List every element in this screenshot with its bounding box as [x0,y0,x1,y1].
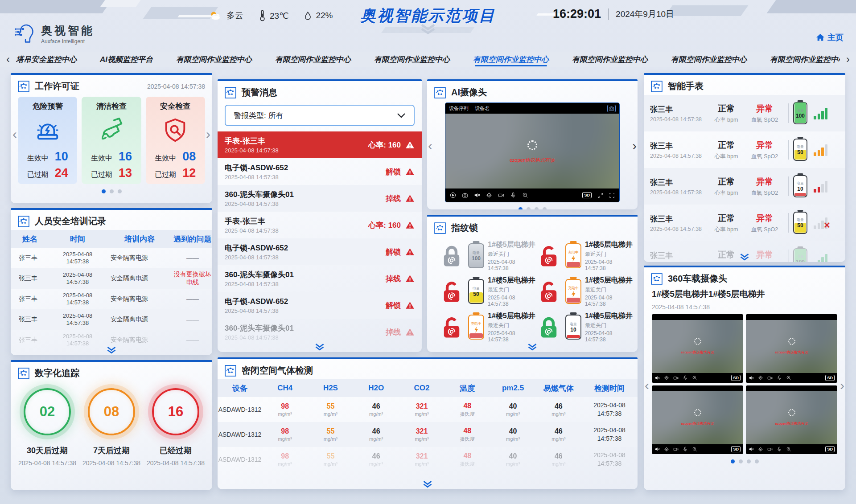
carousel-next-arrow[interactable]: › [840,379,844,392]
ptz-button[interactable] [758,375,763,381]
fingerprint-lock-item[interactable]: 充电中 1#楼5层电梯井 最近关门 2025-04-08 14:57:38 [536,240,633,271]
nav-tab[interactable]: 有限空间作业监控中心 [176,52,252,67]
permit-card[interactable]: 安全检查 生效中08 已过期12 [146,97,205,184]
fingerprint-lock-item[interactable]: 充电中 1#楼5层电梯井 最近关门 2025-04-08 14:57:38 [536,276,633,307]
sd-quality-button[interactable]: SD [731,375,741,381]
alert-item[interactable]: 电子锁-ASDW-652 2025-04-08 14:57:38 解锁 [218,238,422,265]
alert-item[interactable]: 手表-张三丰 2025-04-08 14:57:38 心率: 160 [218,131,422,158]
expand-more-button[interactable] [739,253,750,261]
watch-row[interactable]: 张三丰 2025-04-08 14:57:38 正常 心率 bpm 异常 血氧 … [644,168,845,205]
nav-tab[interactable]: 有限空间作业监控中心 [572,52,648,67]
vehicle-camera-tile[interactable]: ezopen协议格式有误 SD [746,385,837,454]
sd-quality-button[interactable]: SD [825,446,835,452]
carousel-dot[interactable] [118,189,122,193]
record-button[interactable] [767,447,773,452]
carousel-dot[interactable] [543,207,547,209]
nav-scroll-right[interactable]: › [840,53,856,66]
fullscreen-button[interactable] [609,193,615,198]
mute-button[interactable] [654,375,660,381]
mic-button[interactable] [683,375,688,381]
zoom-button[interactable] [692,375,697,381]
zoom-button[interactable] [522,192,528,198]
record-button[interactable] [673,447,679,452]
alert-item[interactable]: 电子锁-ASDW-652 2025-04-08 14:57:38 解锁 [218,158,422,185]
sd-quality-button[interactable]: SD [825,375,835,381]
carousel-dot[interactable] [519,207,523,209]
vehicle-camera-tile[interactable]: ezopen协议格式有误 SD [652,385,743,454]
permit-card[interactable]: 清洁检查 生效中16 已过期13 [82,97,141,184]
nav-tab[interactable]: 有限空间作业监控中心 [671,52,747,67]
alert-type-select[interactable]: 警报类型: 所有 [225,105,415,126]
alert-item[interactable]: 电子锁-ASDW-652 2025-04-08 14:57:38 解锁 [218,292,422,319]
carousel-dot[interactable] [739,459,743,463]
expand-more-button[interactable] [527,343,538,351]
zoom-button[interactable] [692,447,697,452]
nav-tab[interactable]: 有限空间作业监控中心 [473,52,549,67]
gas-table-row[interactable]: ASDAWD-1312 98mg/m³55mg/m³46mg/m³321mg/m… [218,447,638,472]
record-button[interactable] [498,192,504,198]
watch-row[interactable]: 张三丰 2025-04-08 14:57:38 正常 心率 bpm 异常 血氧 … [644,205,845,241]
mute-button[interactable] [654,447,660,452]
carousel-dot[interactable] [747,459,751,463]
ptz-button[interactable] [758,447,763,452]
zoom-button[interactable] [786,375,791,381]
training-table-row[interactable]: 张三丰 2025-04-0814:57:38 安全隔离电源 —— [11,248,212,268]
carousel-prev-arrow[interactable]: ‹ [428,139,432,152]
snapshot-camera-button[interactable] [462,192,468,198]
carousel-prev-arrow[interactable]: ‹ [645,379,649,392]
vehicle-camera-tile[interactable]: ezopen协议格式有误 SD [652,314,743,383]
carousel-dot[interactable] [535,207,539,209]
zoom-button[interactable] [786,447,791,452]
carousel-dot[interactable] [527,207,531,209]
expand-more-button[interactable] [422,480,433,488]
home-button[interactable]: 主页 [816,32,844,43]
mic-button[interactable] [777,375,782,381]
carousel-dot[interactable] [731,459,735,463]
nav-tab[interactable]: 有限空间作业监控中心 [374,52,450,67]
mute-button[interactable] [749,375,754,381]
ptz-button[interactable] [664,447,669,452]
mic-button[interactable] [777,447,782,452]
mic-button[interactable] [510,192,516,198]
training-table-row[interactable]: 张三丰 2025-04-0814:57:38 安全隔离电源 —— [11,309,212,330]
fingerprint-lock-item[interactable]: 电量 100 1#楼5层电梯井 最近关门 2025-04-08 14:57:38 [439,240,536,271]
permit-card[interactable]: 危险预警 生效中10 已过期24 [18,97,77,184]
record-button[interactable] [673,375,679,381]
expand-more-button[interactable] [314,343,325,351]
vehicle-camera-tile[interactable]: ezopen协议格式有误 SD [746,314,837,383]
snapshot-button[interactable] [607,105,616,112]
carousel-next-arrow[interactable]: › [206,127,210,141]
sd-quality-button[interactable]: SD [582,192,592,198]
ptz-button[interactable] [486,192,492,198]
gas-table-row[interactable]: ASDAWD-1312 98mg/m³55mg/m³46mg/m³321mg/m… [218,422,638,447]
alert-item[interactable]: 手表-张三丰 2025-04-08 14:57:38 心率: 160 [218,212,422,238]
ai-camera-player[interactable]: 设备序列 设备名 ezopen协议格式有误 [445,103,619,202]
gas-table-row[interactable]: ASDAWD-1312 98mg/m³55mg/m³46mg/m³321mg/m… [218,397,638,422]
mute-button[interactable] [474,192,480,198]
nav-tab[interactable]: 有限空间作业监控中心 [275,52,351,67]
watch-row[interactable]: 张三丰 2025-04-08 14:57:38 正常 心率 bpm 异常 血氧 … [644,95,845,131]
carousel-dot[interactable] [102,189,106,193]
nav-tab[interactable]: AI视频监控平台 [100,52,153,67]
play-button[interactable] [450,192,456,198]
watch-row[interactable]: 张三丰 2025-04-08 14:57:38 正常 心率 bpm 异常 血氧 … [644,131,845,168]
expand-more-button[interactable] [106,346,117,354]
alert-item[interactable]: 360-泥头车摄像头01 2025-04-08 14:57:38 掉线 [218,265,422,292]
fingerprint-lock-item[interactable]: 电量 50 1#楼5层电梯井 最近关门 2025-04-08 14:57:38 [439,276,536,307]
carousel-dot[interactable] [110,189,114,193]
record-button[interactable] [767,375,773,381]
training-table-row[interactable]: 张三丰 2025-04-0814:57:38 安全隔离电源 —— [11,289,212,309]
nav-tab[interactable]: 有限空间作业监控中心 [770,52,840,67]
alert-item[interactable]: 360-泥头车摄像头01 2025-04-08 14:57:38 掉线 [218,185,422,212]
mute-button[interactable] [749,447,754,452]
nav-tab[interactable]: 塔吊安全监控中心 [16,52,77,67]
mic-button[interactable] [683,447,688,452]
sd-quality-button[interactable]: SD [731,446,741,452]
ptz-button[interactable] [664,375,669,381]
fingerprint-lock-item[interactable]: 充电中 1#楼5层电梯井 最近关门 2025-04-08 14:57:38 [439,311,536,343]
carousel-prev-arrow[interactable]: ‹ [12,127,17,141]
carousel-dot[interactable] [755,459,759,463]
alert-item[interactable]: 360-泥头车摄像头01 2025-04-08 14:57:38 掉线 [218,319,422,345]
resize-button[interactable] [597,193,603,198]
training-table-row[interactable]: 张三丰 2025-04-0814:57:38 安全隔离电源 没有更换破坏电线 [11,268,212,289]
